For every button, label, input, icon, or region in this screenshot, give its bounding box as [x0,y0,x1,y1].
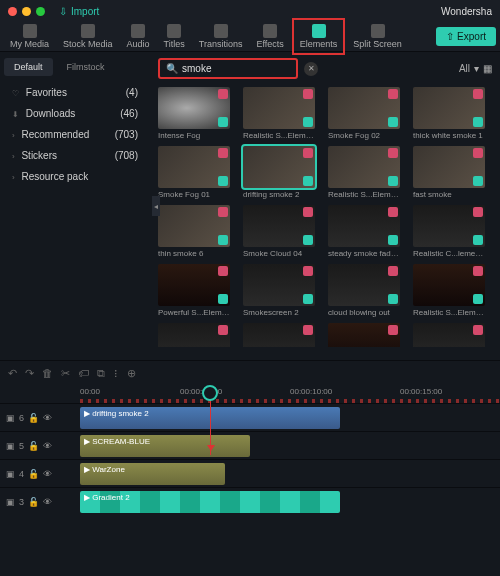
asset-thumbnail[interactable] [413,323,485,347]
lock-icon[interactable]: 🔓 [28,469,39,479]
mode-default[interactable]: Default [4,58,53,76]
asset-card[interactable]: Elemental...with Smoke [328,323,407,347]
asset-thumbnail[interactable] [158,264,230,306]
visibility-icon[interactable]: 👁 [43,413,52,423]
asset-card[interactable]: Realistic S...Element 15 [328,146,407,199]
download-icon[interactable] [388,117,398,127]
delete-icon[interactable]: 🗑 [42,367,53,379]
download-icon[interactable] [473,117,483,127]
track-mute-icon[interactable]: ▣ [6,413,15,423]
asset-thumbnail[interactable] [328,323,400,347]
asset-thumbnail[interactable] [243,146,315,188]
asset-thumbnail[interactable] [243,264,315,306]
asset-thumbnail[interactable] [328,146,400,188]
download-icon[interactable] [218,294,228,304]
download-icon[interactable] [218,117,228,127]
tab-audio[interactable]: Audio [121,20,156,53]
tab-elements[interactable]: Elements [292,18,346,55]
download-icon[interactable] [388,294,398,304]
asset-card[interactable]: Smoke Cloud 04 [243,205,322,258]
lock-icon[interactable]: 🔓 [28,413,39,423]
download-icon[interactable] [303,176,313,186]
download-icon[interactable] [388,176,398,186]
track-mute-icon[interactable]: ▣ [6,441,15,451]
minimize-icon[interactable] [22,7,31,16]
asset-thumbnail[interactable] [413,264,485,306]
tab-transitions[interactable]: Transitions [193,20,249,53]
asset-card[interactable]: cloud blowing out [328,264,407,317]
track-mute-icon[interactable]: ▣ [6,497,15,507]
asset-card[interactable]: Realistic S...Element 15 [243,87,322,140]
tab-stock-media[interactable]: Stock Media [57,20,119,53]
asset-thumbnail[interactable] [243,87,315,129]
asset-card[interactable]: Realistic C...lement 06 [413,205,492,258]
asset-card[interactable]: drifting smoke 2 [243,146,322,199]
tab-effects[interactable]: Effects [250,20,289,53]
asset-thumbnail[interactable] [413,146,485,188]
asset-card[interactable]: Smokescreen 2 [243,264,322,317]
search-input[interactable] [182,63,290,74]
asset-thumbnail[interactable] [328,205,400,247]
redo-icon[interactable]: ↷ [25,367,34,380]
track-row[interactable]: ▣ 6 🔓 👁▶ drifting smoke 2 [0,403,500,431]
playhead[interactable] [202,385,218,401]
tab-titles[interactable]: Titles [158,20,191,53]
download-icon[interactable] [473,294,483,304]
tab-my-media[interactable]: My Media [4,20,55,53]
export-button[interactable]: ⇧ Export [436,27,496,46]
lock-icon[interactable]: 🔓 [28,441,39,451]
visibility-icon[interactable]: 👁 [43,469,52,479]
asset-card[interactable]: Smoke Fog 02 [328,87,407,140]
asset-card[interactable]: thin smoke 6 [158,205,237,258]
track-row[interactable]: ▣ 3 🔓 👁▶ Gradient 2 [0,487,500,515]
asset-thumbnail[interactable] [413,205,485,247]
grid-view-icon[interactable]: ▦ [483,63,492,74]
asset-thumbnail[interactable] [328,264,400,306]
asset-card[interactable]: steady smoke fading [328,205,407,258]
adjust-icon[interactable]: ⫶ [113,367,119,379]
filter-all[interactable]: All ▾ ▦ [459,63,492,74]
asset-card[interactable]: smoke plume [243,323,322,347]
visibility-icon[interactable]: 👁 [43,441,52,451]
maximize-icon[interactable] [36,7,45,16]
asset-card[interactable]: Smoke Fog 01 [158,146,237,199]
download-icon[interactable] [303,294,313,304]
asset-thumbnail[interactable] [243,205,315,247]
undo-icon[interactable]: ↶ [8,367,17,380]
more-icon[interactable]: ⊕ [127,367,136,380]
download-icon[interactable] [303,117,313,127]
tag-icon[interactable]: 🏷 [78,367,89,379]
download-icon[interactable] [473,176,483,186]
mode-filmstock[interactable]: Filmstock [57,58,115,76]
asset-thumbnail[interactable] [158,205,230,247]
asset-thumbnail[interactable] [413,87,485,129]
download-icon[interactable] [388,235,398,245]
sidebar-item-favorites[interactable]: ♡ Favorites(4) [4,82,146,103]
clear-search-button[interactable]: ✕ [304,62,318,76]
asset-card[interactable]: Powerful S...Element 15 [158,264,237,317]
download-icon[interactable] [473,235,483,245]
sidebar-item-recommended[interactable]: › Recommended(703) [4,124,146,145]
asset-card[interactable]: steady smoke 5 [413,323,492,347]
track-row[interactable]: ▣ 4 🔓 👁▶ WarZone [0,459,500,487]
asset-card[interactable]: thick white smoke 1 [413,87,492,140]
asset-card[interactable]: Realistic S...Element 12 [158,323,237,347]
cut-icon[interactable]: ✂ [61,367,70,380]
timeline-clip[interactable]: ▶ SCREAM-BLUE [80,435,250,457]
track-row[interactable]: ▣ 5 🔓 👁▶ SCREAM-BLUE [0,431,500,459]
asset-card[interactable]: Intense Fog [158,87,237,140]
download-icon[interactable] [218,176,228,186]
sidebar-item-downloads[interactable]: ⬇ Downloads(46) [4,103,146,124]
copy-icon[interactable]: ⧉ [97,367,105,380]
close-icon[interactable] [8,7,17,16]
search-input-wrap[interactable]: 🔍 [158,58,298,79]
import-button[interactable]: ⇩ Import [59,6,99,17]
tab-split-screen[interactable]: Split Screen [347,20,408,53]
asset-thumbnail[interactable] [243,323,315,347]
visibility-icon[interactable]: 👁 [43,497,52,507]
asset-card[interactable]: fast smoke [413,146,492,199]
track-mute-icon[interactable]: ▣ [6,469,15,479]
sidebar-item-resource-pack[interactable]: › Resource pack [4,166,146,187]
download-icon[interactable] [303,235,313,245]
timeline-clip[interactable]: ▶ Gradient 2 [80,491,340,513]
